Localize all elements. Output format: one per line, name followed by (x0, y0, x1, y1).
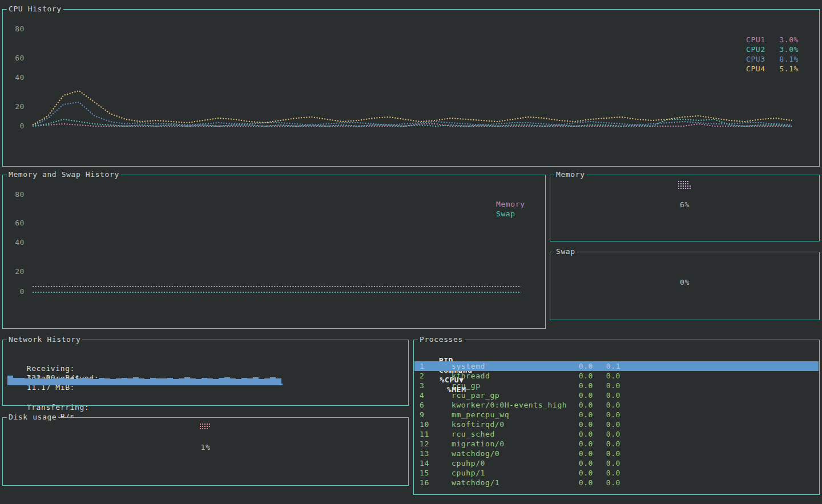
gauge-dot (207, 426, 208, 427)
process-row[interactable]: 9mm_percpu_wq0.00.0 (414, 410, 819, 420)
process-row[interactable]: 2kthreadd0.00.0 (414, 371, 819, 381)
gauge-dot (683, 181, 684, 182)
cpu-legend-item: CPU45.1% (746, 64, 799, 74)
process-row[interactable]: 13watchdog/00.00.0 (414, 449, 819, 458)
network-bar (207, 378, 213, 384)
y-axis-tick: 60 (9, 54, 25, 63)
network-bar (139, 378, 144, 384)
process-pid: 1 (420, 361, 452, 371)
transferring-label: Transferring: (27, 403, 102, 412)
cpu-legend-item: CPU13.0% (746, 35, 799, 45)
process-row[interactable]: 4rcu_par_gp0.00.0 (414, 390, 819, 400)
process-command: ksoftirqd/0 (452, 420, 568, 429)
gauge-dot (678, 181, 679, 182)
process-command: rcu_par_gp (452, 390, 568, 400)
cpu-legend-label: CPU3 (746, 54, 773, 64)
network-bar (133, 377, 139, 384)
memory-swap-history-chart (31, 175, 523, 296)
process-cpu: 0.0 (568, 361, 593, 371)
network-bar (127, 378, 133, 384)
process-cpu: 0.0 (568, 410, 593, 420)
process-cpu: 0.0 (568, 371, 593, 381)
disk-usage-value: 1% (3, 443, 408, 452)
network-bar (25, 378, 30, 384)
process-pid: 11 (420, 429, 452, 439)
process-cpu: 0.0 (568, 420, 593, 429)
y-axis-tick: 20 (9, 102, 25, 111)
process-pid: 16 (420, 478, 452, 487)
process-mem: 0.0 (593, 381, 620, 390)
process-pid: 13 (420, 449, 452, 458)
process-mem: 0.0 (593, 420, 620, 429)
process-cpu: 0.0 (568, 429, 593, 439)
gauge-dot (207, 424, 208, 425)
y-axis-tick: 0 (9, 122, 25, 131)
network-bar (110, 379, 116, 384)
gauge-dot (207, 428, 208, 429)
network-bar (7, 376, 13, 384)
cpu-history-panel[interactable]: CPU History 806040200 CPU13.0%CPU23.0%CP… (2, 9, 820, 167)
process-cpu: 0.0 (568, 478, 593, 487)
process-row[interactable]: 1systemd0.00.1 (414, 361, 819, 371)
y-axis-tick: 40 (9, 73, 25, 82)
network-bar (116, 378, 122, 384)
series-cpu3 (33, 102, 792, 126)
gauge-dot (690, 183, 691, 184)
process-row[interactable]: 11rcu_sched0.00.0 (414, 429, 819, 439)
gauge-dot (204, 424, 206, 425)
swap-gauge-panel[interactable]: Swap 0% (550, 252, 820, 320)
process-row[interactable]: 3rcu_gp0.00.0 (414, 381, 819, 390)
process-pid: 10 (420, 420, 452, 429)
network-bar (82, 378, 87, 384)
gauge-dot (690, 181, 691, 182)
disk-usage-title: Disk usage (7, 413, 58, 422)
disk-usage-panel[interactable]: Disk usage 1% (2, 417, 409, 486)
process-row[interactable]: 16watchdog/10.00.0 (414, 478, 819, 487)
network-bar (276, 378, 281, 384)
gauge-dot (683, 188, 684, 189)
memory-swap-legend: MemorySwap (496, 199, 525, 219)
y-axis-tick: 60 (9, 219, 25, 228)
network-bar (30, 379, 36, 384)
process-mem: 0.0 (593, 371, 620, 381)
process-row[interactable]: 15cpuhp/10.00.0 (414, 468, 819, 478)
y-axis-tick: 0 (9, 287, 25, 296)
process-row[interactable]: 6kworker/0:0H-events_high0.00.0 (414, 400, 819, 410)
memory-gauge-panel[interactable]: Memory 6% (550, 175, 820, 241)
process-pid: 2 (420, 371, 452, 381)
process-command: cpuhp/1 (452, 468, 568, 478)
network-bar (87, 378, 93, 384)
process-mem: 0.0 (593, 390, 620, 400)
process-mem: 0.0 (593, 478, 620, 487)
process-command: kthreadd (452, 371, 568, 381)
network-bar (264, 378, 270, 384)
gauge-dot (683, 183, 684, 184)
gauge-dot (678, 186, 679, 187)
processes-header: PID Command %CPU▼ %MEM (420, 346, 555, 356)
process-mem: 0.0 (593, 439, 620, 449)
gauge-dot (687, 188, 688, 189)
network-bar (156, 378, 162, 384)
process-command: mm_percpu_wq (452, 410, 568, 420)
process-row[interactable]: 14cpuhp/00.00.0 (414, 458, 819, 468)
network-bar (270, 377, 276, 384)
processes-panel[interactable]: Processes PID Command %CPU▼ %MEM 1system… (413, 340, 820, 495)
process-row[interactable]: 10ksoftirqd/00.00.0 (414, 420, 819, 429)
network-bar (122, 378, 127, 384)
memory-swap-history-panel[interactable]: Memory and Swap History 806040200 Memory… (2, 175, 546, 329)
processes-rows: 1systemd0.00.12kthreadd0.00.03rcu_gp0.00… (414, 361, 819, 487)
network-bar (162, 378, 167, 384)
network-history-panel[interactable]: Network History Receiving: 332.00 B/s To… (2, 340, 409, 406)
network-bar (190, 378, 196, 384)
memswap-legend-memory: Memory (496, 199, 525, 209)
process-pid: 9 (420, 410, 452, 420)
gauge-dot (202, 428, 203, 429)
network-bar (65, 378, 70, 384)
network-bar (213, 379, 219, 384)
network-bar (53, 378, 59, 384)
network-bar (70, 379, 76, 384)
process-command: systemd (452, 361, 568, 371)
gauge-dot (685, 186, 686, 187)
network-bar (47, 379, 53, 384)
process-row[interactable]: 12migration/00.00.0 (414, 439, 819, 449)
